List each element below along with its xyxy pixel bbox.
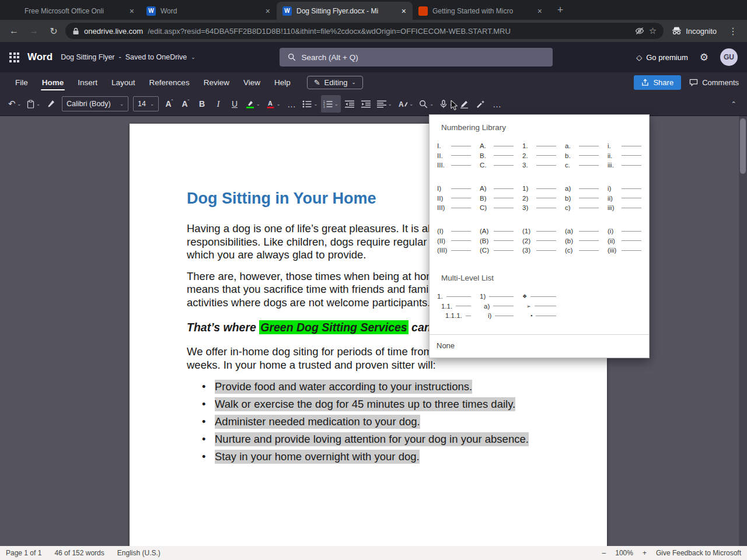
bookmark-star-icon[interactable]: ☆ (649, 26, 657, 36)
menu-item-insert[interactable]: Insert (71, 72, 104, 92)
numbering-option[interactable]: 1)2)3) (521, 183, 558, 214)
numbering-button[interactable]: 123 ⌄ (321, 95, 341, 113)
numbering-option[interactable]: 1.2.3. (521, 140, 558, 171)
multilevel-option[interactable]: 1.1.1.1.1.1. (435, 290, 473, 321)
decrease-indent-button[interactable] (342, 95, 357, 113)
paste-button[interactable]: ⌄ (25, 95, 43, 113)
numbering-option[interactable]: a.b.c. (563, 140, 601, 171)
numbering-option[interactable]: i)ii)iii) (606, 183, 643, 214)
menu-item-review[interactable]: Review (197, 72, 236, 92)
more-commands-button[interactable]: … (490, 95, 505, 113)
scrollbar-thumb[interactable] (740, 118, 746, 174)
increase-indent-button[interactable] (358, 95, 374, 113)
back-button[interactable]: ← (6, 23, 22, 39)
browser-tab[interactable]: Getting Started with Micro× (413, 2, 549, 20)
menu-item-help[interactable]: Help (267, 72, 298, 92)
find-button[interactable]: ⌄ (417, 95, 436, 113)
menu-item-view[interactable]: View (236, 72, 267, 92)
numbering-option[interactable]: a)b)c) (563, 183, 601, 214)
document-title[interactable]: Dog Sitting Flyer (61, 53, 114, 61)
svg-text:A: A (268, 100, 273, 107)
numbering-none-option[interactable]: None (430, 334, 649, 358)
chevron-down-icon: ⌄ (277, 102, 281, 107)
alignment-button[interactable]: ⌄ (375, 95, 395, 113)
url-path: /edit.aspx?resid=64DBA5FF2B8D1D8B!110&it… (148, 27, 511, 36)
font-size-select[interactable]: 14 ⌄ (133, 96, 159, 111)
share-button[interactable]: Share (634, 75, 681, 90)
tab-close-icon[interactable]: × (128, 6, 136, 16)
numbering-preview-row: (c) (565, 246, 599, 254)
editing-mode-button[interactable]: ✎ Editing ⌄ (307, 76, 363, 89)
tab-close-icon[interactable]: × (536, 6, 544, 16)
numbering-option[interactable]: A.B.C. (478, 140, 515, 171)
numbering-option[interactable]: (1)(2)(3) (521, 225, 558, 256)
styles-button[interactable]: A ⌄ (396, 95, 416, 113)
app-launcher-icon[interactable] (9, 52, 19, 62)
font-name-select[interactable]: Calibri (Body) ⌄ (62, 96, 128, 111)
zoom-level[interactable]: 100% (615, 549, 633, 557)
word-count[interactable]: 46 of 152 words (54, 549, 104, 557)
tab-title: Getting Started with Micro (432, 7, 531, 15)
grow-font-button[interactable]: Aˆ (162, 95, 177, 113)
numbering-option[interactable]: (A)(B)(C) (478, 225, 515, 256)
zoom-in-button[interactable]: + (643, 549, 647, 557)
format-painter-button[interactable] (44, 95, 59, 113)
editor-button[interactable] (457, 95, 472, 113)
comments-button[interactable]: Comments (689, 78, 739, 87)
more-font-options-button[interactable]: … (284, 95, 299, 113)
underline-button[interactable]: U (227, 95, 242, 113)
shrink-font-button[interactable]: Aˇ (178, 95, 193, 113)
document-meta[interactable]: Dog Sitting Flyer - Saved to OneDrive ⌄ (61, 53, 196, 61)
reload-button[interactable]: ↻ (46, 23, 62, 39)
dictate-button[interactable]: ⌄ (437, 95, 456, 113)
menu-item-layout[interactable]: Layout (104, 72, 142, 92)
numbering-option[interactable]: i.ii.iii. (606, 140, 643, 171)
font-color-button[interactable]: A ⌄ (264, 95, 283, 113)
language[interactable]: English (U.S.) (117, 549, 160, 557)
account-avatar[interactable]: GU (720, 48, 738, 66)
go-premium-button[interactable]: ◇ Go premium (636, 53, 688, 62)
multilevel-preview-row: i) (480, 312, 514, 320)
menu-item-file[interactable]: File (8, 72, 35, 92)
numbering-option[interactable]: (I)(II)(III) (435, 225, 473, 256)
numbering-preview-row: 1. (522, 142, 556, 150)
numbering-option[interactable]: (a)(b)(c) (563, 225, 601, 256)
zoom-out-button[interactable]: – (602, 549, 606, 557)
eye-off-icon[interactable] (635, 26, 644, 36)
bullet-list-button[interactable]: ⌄ (300, 95, 320, 113)
menu-item-references[interactable]: References (142, 72, 197, 92)
feedback-link[interactable]: Give Feedback to Microsoft (656, 549, 741, 557)
highlight-button[interactable]: ⌄ (243, 95, 263, 113)
italic-button[interactable]: I (211, 95, 226, 113)
numbering-preview-row: c) (565, 204, 599, 212)
bold-button[interactable]: B (194, 95, 210, 113)
numbering-option[interactable]: I)II)III) (435, 183, 473, 214)
numbering-preview-row: (a) (565, 227, 599, 235)
menu-item-home[interactable]: Home (35, 72, 71, 92)
multilevel-option[interactable]: ❖➢▪ (521, 290, 558, 321)
designer-button[interactable] (473, 95, 488, 113)
numbering-option[interactable]: (i)(ii)(iii) (606, 225, 643, 256)
browser-tab[interactable]: WWord× (141, 2, 277, 20)
chevron-down-icon[interactable]: ⌄ (191, 54, 196, 60)
search-input[interactable]: Search (Alt + Q) (280, 48, 553, 66)
multilevel-option[interactable]: 1)a)i) (478, 290, 515, 321)
new-tab-button[interactable]: + (552, 2, 568, 18)
browser-tab[interactable]: WDog Sitting Flyer.docx - Mi× (277, 2, 413, 20)
collapse-ribbon-button[interactable]: ⌃ (726, 95, 741, 113)
browser-navbar: ← → ↻ onedrive.live.com/edit.aspx?resid=… (0, 20, 747, 42)
address-bar[interactable]: onedrive.live.com/edit.aspx?resid=64DBA5… (65, 23, 664, 39)
tab-close-icon[interactable]: × (400, 6, 408, 16)
numbering-option[interactable]: I.II.III. (435, 140, 473, 171)
numbering-option[interactable]: A)B)C) (478, 183, 515, 214)
forward-button[interactable]: → (26, 23, 42, 39)
browser-menu-button[interactable]: ⋮ (725, 23, 741, 39)
vertical-scrollbar[interactable] (739, 116, 747, 546)
browser-tab[interactable]: Free Microsoft Office Onli× (5, 2, 141, 20)
multilevel-preview-row: ❖ (522, 292, 556, 300)
settings-gear-icon[interactable]: ⚙ (700, 51, 708, 64)
numbering-preview-row: iii) (608, 204, 641, 212)
page-count[interactable]: Page 1 of 1 (6, 549, 41, 557)
undo-button[interactable]: ↶⌄ (6, 95, 23, 113)
tab-close-icon[interactable]: × (264, 6, 272, 16)
